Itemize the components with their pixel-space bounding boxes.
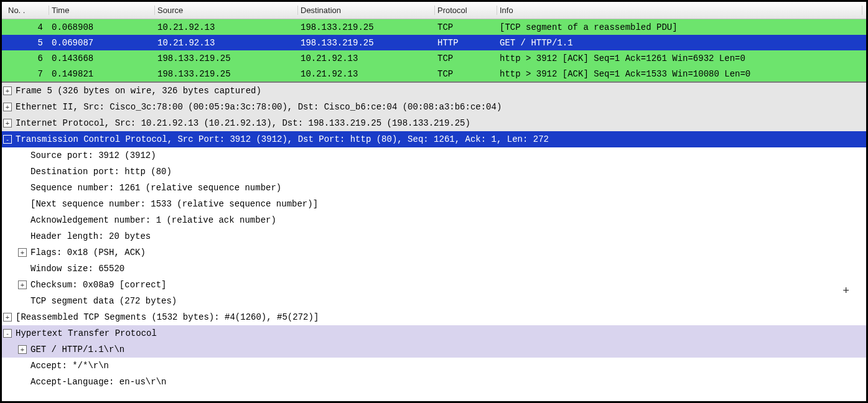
cell-dest: 10.21.92.13 — [298, 69, 435, 79]
wireshark-window: No. . Time Source Destination Protocol I… — [2, 2, 866, 401]
detail-text: Transmission Control Protocol, Src Port:… — [16, 134, 549, 144]
detail-line[interactable]: Destination port: http (80) — [2, 164, 866, 180]
detail-text: Hypertext Transfer Protocol — [16, 328, 157, 338]
cell-source: 198.133.219.25 — [155, 69, 298, 79]
detail-text: Internet Protocol, Src: 10.21.92.13 (10.… — [16, 118, 470, 128]
cell-protocol: TCP — [435, 53, 497, 63]
detail-line[interactable]: +[Reassembled TCP Segments (1532 bytes):… — [2, 309, 866, 325]
expander-spacer — [18, 297, 27, 305]
expand-icon[interactable]: + — [18, 345, 27, 354]
col-no[interactable]: No. . — [6, 6, 49, 15]
expander-spacer — [18, 378, 27, 386]
expand-icon[interactable]: + — [18, 248, 27, 257]
expand-icon[interactable]: + — [3, 86, 12, 95]
cell-dest: 10.21.92.13 — [298, 53, 435, 63]
packet-row[interactable]: 50.06908710.21.92.13198.133.219.25HTTPGE… — [2, 35, 866, 50]
packet-details-pane: +Frame 5 (326 bytes on wire, 326 bytes c… — [2, 83, 866, 401]
detail-text: Checksum: 0x08a9 [correct] — [30, 280, 166, 290]
detail-text: Accept-Language: en-us\r\n — [30, 377, 166, 387]
detail-line[interactable]: TCP segment data (272 bytes) — [2, 293, 866, 309]
expander-spacer — [18, 200, 27, 208]
collapse-icon[interactable]: - — [3, 329, 12, 338]
detail-text: Sequence number: 1261 (relative sequence… — [30, 183, 281, 193]
detail-text: Source port: 3912 (3912) — [30, 151, 156, 160]
cell-info: http > 3912 [ACK] Seq=1 Ack=1261 Win=693… — [497, 53, 862, 63]
detail-line[interactable]: Window size: 65520 — [2, 261, 866, 277]
packet-list-pane: No. . Time Source Destination Protocol I… — [2, 2, 866, 83]
cell-info: GET / HTTP/1.1 — [497, 38, 862, 48]
detail-line[interactable]: Accept: */*\r\n — [2, 358, 866, 374]
detail-text: Ethernet II, Src: Cisco_3c:78:00 (00:05:… — [16, 102, 502, 112]
cell-time: 0.149821 — [49, 69, 155, 79]
cell-info: http > 3912 [ACK] Seq=1 Ack=1533 Win=100… — [497, 69, 862, 79]
cell-no: 4 — [6, 22, 49, 32]
cell-source: 10.21.92.13 — [155, 38, 298, 48]
detail-line[interactable]: -Transmission Control Protocol, Src Port… — [2, 131, 866, 147]
expand-icon[interactable]: + — [3, 119, 12, 127]
cell-source: 10.21.92.13 — [155, 22, 298, 32]
detail-text: Destination port: http (80) — [30, 167, 172, 177]
cell-protocol: TCP — [435, 22, 497, 32]
expander-spacer — [18, 183, 27, 192]
col-dest[interactable]: Destination — [298, 6, 435, 15]
packet-list-header[interactable]: No. . Time Source Destination Protocol I… — [2, 2, 866, 19]
cell-no: 5 — [6, 38, 49, 48]
detail-text: Header length: 20 bytes — [30, 231, 151, 241]
expand-icon[interactable]: + — [18, 280, 27, 289]
collapse-icon[interactable]: - — [3, 135, 12, 144]
packet-row[interactable]: 70.149821198.133.219.2510.21.92.13TCPhtt… — [2, 66, 866, 81]
expand-icon[interactable]: + — [3, 313, 12, 322]
detail-line[interactable]: +Ethernet II, Src: Cisco_3c:78:00 (00:05… — [2, 99, 866, 115]
expander-spacer — [18, 264, 27, 273]
detail-text: GET / HTTP/1.1\r\n — [30, 345, 124, 354]
detail-line[interactable]: [Next sequence number: 1533 (relative se… — [2, 196, 866, 212]
packet-list-rows: 40.06890810.21.92.13198.133.219.25TCP[TC… — [2, 19, 866, 81]
expander-spacer — [18, 361, 27, 370]
cell-protocol: HTTP — [435, 38, 497, 48]
cell-time: 0.068908 — [49, 22, 155, 32]
detail-line[interactable]: +Frame 5 (326 bytes on wire, 326 bytes c… — [2, 83, 866, 99]
detail-text: Frame 5 (326 bytes on wire, 326 bytes ca… — [16, 86, 261, 96]
expand-icon[interactable]: + — [3, 103, 12, 111]
cell-no: 7 — [6, 69, 49, 79]
detail-text: Flags: 0x18 (PSH, ACK) — [30, 248, 146, 257]
col-time[interactable]: Time — [49, 6, 155, 15]
detail-line[interactable]: +GET / HTTP/1.1\r\n — [2, 341, 866, 358]
packet-row[interactable]: 60.143668198.133.219.2510.21.92.13TCPhtt… — [2, 50, 866, 66]
expander-spacer — [18, 151, 27, 160]
detail-text: [Next sequence number: 1533 (relative se… — [30, 199, 318, 209]
detail-line[interactable]: Sequence number: 1261 (relative sequence… — [2, 180, 866, 196]
detail-text: TCP segment data (272 bytes) — [30, 296, 177, 306]
detail-line[interactable]: +Flags: 0x18 (PSH, ACK) — [2, 244, 866, 261]
expander-spacer — [18, 232, 27, 241]
cell-source: 198.133.219.25 — [155, 53, 298, 63]
cell-protocol: TCP — [435, 69, 497, 79]
detail-line[interactable]: +Internet Protocol, Src: 10.21.92.13 (10… — [2, 115, 866, 131]
cell-time: 0.069087 — [49, 38, 155, 48]
cell-dest: 198.133.219.25 — [298, 38, 435, 48]
col-protocol[interactable]: Protocol — [435, 6, 497, 15]
detail-text: [Reassembled TCP Segments (1532 bytes): … — [16, 312, 319, 322]
expander-spacer — [18, 167, 27, 176]
packet-row[interactable]: 40.06890810.21.92.13198.133.219.25TCP[TC… — [2, 19, 866, 35]
col-source[interactable]: Source — [155, 6, 298, 15]
cell-dest: 198.133.219.25 — [298, 22, 435, 32]
detail-line[interactable]: Acknowledgement number: 1 (relative ack … — [2, 212, 866, 228]
cell-info: [TCP segment of a reassembled PDU] — [497, 22, 862, 32]
detail-line[interactable]: Accept-Language: en-us\r\n — [2, 374, 866, 390]
detail-line[interactable]: Header length: 20 bytes — [2, 228, 866, 244]
detail-text: Window size: 65520 — [30, 264, 124, 274]
expander-spacer — [18, 216, 27, 225]
cell-no: 6 — [6, 53, 49, 63]
detail-line[interactable]: -Hypertext Transfer Protocol — [2, 325, 866, 341]
detail-text: Acknowledgement number: 1 (relative ack … — [30, 215, 276, 225]
detail-line[interactable]: +Checksum: 0x08a9 [correct] — [2, 277, 866, 293]
col-info[interactable]: Info — [497, 6, 862, 15]
detail-line[interactable]: Source port: 3912 (3912) — [2, 147, 866, 164]
stray-plus-mark: + — [842, 285, 849, 297]
detail-text: Accept: */*\r\n — [30, 361, 109, 371]
cell-time: 0.143668 — [49, 53, 155, 63]
